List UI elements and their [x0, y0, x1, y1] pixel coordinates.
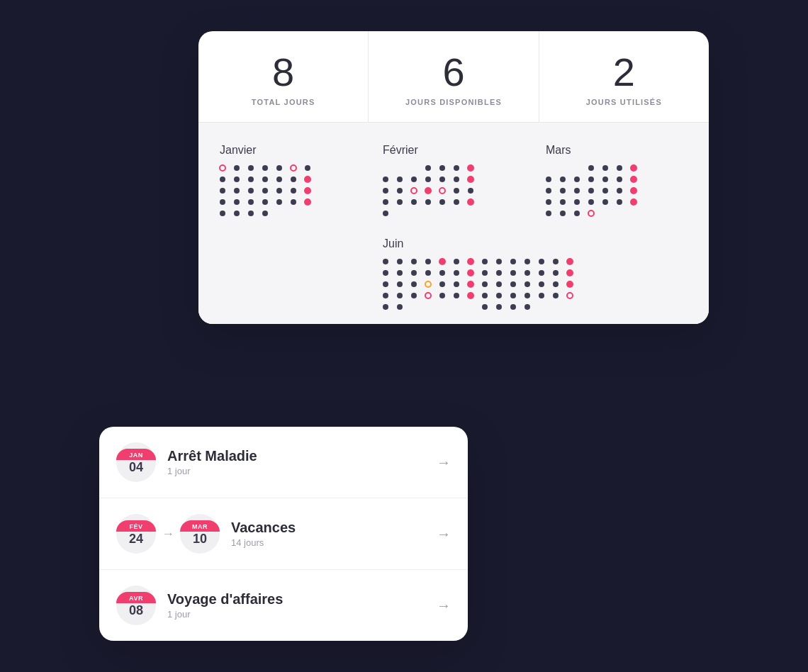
dot: [411, 199, 417, 205]
dot: [397, 211, 403, 216]
dot: [305, 211, 310, 216]
dot: [510, 304, 516, 310]
dot: [248, 188, 254, 194]
event-arrow-2: →: [437, 526, 451, 542]
dot: [617, 188, 622, 194]
dot: [439, 187, 446, 194]
dot: [630, 164, 637, 172]
dot: [560, 165, 566, 171]
dot: [220, 211, 225, 216]
dot: [539, 293, 544, 298]
dot: [397, 293, 403, 298]
dot: [425, 270, 431, 276]
dot: [496, 281, 502, 287]
dot: [510, 270, 516, 276]
event-item-2[interactable]: FÉV 24 → MAR 10 Vacances 14 jours →: [99, 498, 468, 569]
total-label: TOTAL JOURS: [252, 98, 315, 106]
date-badge-2a: FÉV 24: [116, 514, 156, 554]
dot: [553, 270, 559, 276]
dot: [383, 293, 388, 298]
dot: [304, 198, 311, 206]
dot: [560, 188, 566, 194]
dot: [602, 199, 608, 205]
dot: [220, 188, 225, 194]
dot: [383, 211, 388, 216]
event-info-2: Vacances 14 jours: [231, 520, 425, 548]
dot: [454, 259, 459, 264]
dot: [539, 270, 544, 276]
dot: [496, 259, 502, 264]
dot: [617, 177, 622, 182]
date-badge-1: JAN 04: [116, 442, 156, 482]
main-card: 8 TOTAL JOURS 6 JOURS DISPONIBLES 2 JOUR…: [198, 31, 709, 324]
dot: [234, 211, 240, 216]
dot: [425, 165, 431, 171]
dot: [411, 177, 417, 182]
dot: [411, 304, 417, 310]
dot: [630, 187, 637, 194]
dot: [467, 269, 474, 276]
month-name-juin: Juin: [383, 237, 688, 250]
dot: [524, 293, 530, 298]
dot: [219, 164, 226, 172]
dot: [482, 270, 488, 276]
calendar-section: Janvier: [198, 123, 709, 324]
dot: [248, 165, 254, 171]
event-duration-2: 14 jours: [231, 537, 425, 548]
dot: [425, 259, 431, 264]
dot: [588, 199, 594, 205]
dot: [553, 259, 559, 264]
dot: [524, 270, 530, 276]
dot: [574, 211, 580, 216]
dot: [439, 293, 445, 298]
dot: [588, 177, 594, 182]
dot: [276, 165, 282, 171]
dot: [482, 281, 488, 287]
dot: [248, 211, 254, 216]
available-value: 6: [442, 52, 464, 92]
dot: [425, 199, 431, 205]
event-item-3[interactable]: AVR 08 Voyage d'affaires 1 jour →: [99, 569, 468, 641]
dot: [305, 165, 310, 171]
dot: [617, 165, 622, 171]
dot-grid-fevrier: [383, 165, 524, 216]
dot: [468, 211, 473, 216]
total-value: 8: [272, 52, 294, 92]
dot: [410, 187, 417, 194]
dot: [304, 176, 311, 183]
dot: [467, 176, 474, 183]
dot: [291, 211, 296, 216]
dot: [468, 304, 473, 310]
dot: [411, 211, 417, 216]
dot: [262, 177, 268, 182]
dot: [467, 258, 474, 265]
dot: [383, 165, 388, 171]
dot: [439, 270, 445, 276]
dot: [546, 199, 551, 205]
dot: [397, 165, 403, 171]
dot: [276, 199, 282, 205]
dot: [467, 281, 474, 288]
dot: [566, 258, 573, 265]
stat-available: 6 JOURS DISPONIBLES: [368, 31, 538, 122]
month-fevrier: Février: [383, 144, 524, 216]
month-juin: Juin: [383, 237, 688, 310]
event-duration-1: 1 jour: [167, 466, 425, 476]
dot: [234, 199, 240, 205]
event-item-1[interactable]: JAN 04 Arrêt Maladie 1 jour →: [99, 427, 468, 498]
dot: [617, 199, 622, 205]
dot: [630, 198, 637, 206]
month-name-janvier: Janvier: [220, 144, 361, 157]
dot: [220, 199, 225, 205]
dot: [602, 188, 608, 194]
dot: [482, 304, 488, 310]
date-badge-2b: MAR 10: [180, 514, 220, 554]
dot: [291, 199, 296, 205]
dot: [262, 211, 268, 216]
dot: [383, 304, 388, 310]
used-label: JOURS UTILISÉS: [586, 98, 662, 106]
dot: [397, 281, 403, 287]
dot: [234, 188, 240, 194]
dot: [574, 165, 580, 171]
date-range-2: FÉV 24 → MAR 10: [116, 514, 220, 554]
